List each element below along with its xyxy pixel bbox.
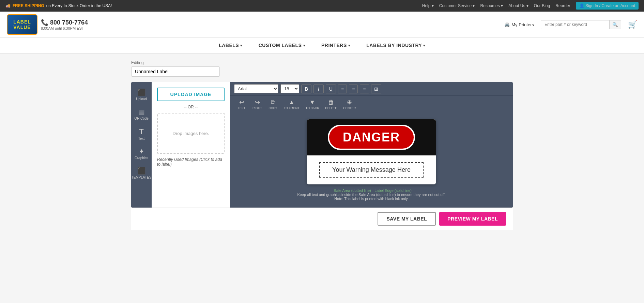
sidebar-text-label: Text (138, 137, 144, 140)
nav-labels[interactable]: LABELS ▾ (211, 38, 250, 53)
editing-label: Editing (131, 60, 513, 65)
main-nav: LABELS ▾ CUSTOM LABELS ▾ PRINTERS ▾ LABE… (0, 38, 644, 54)
align-left-button[interactable]: ≡ (338, 85, 347, 93)
qrcode-icon: ▦ (138, 108, 145, 116)
copy-label: COPY (269, 106, 277, 110)
logo-area: LABELVALUE 📞 800 750-7764 8:00AM until 6… (7, 14, 88, 35)
canvas-notes: --Safe Area (dotted line) --Label Edge (… (297, 188, 445, 201)
sidebar-item-upload[interactable]: ⬛ Upload (131, 86, 152, 104)
upload-image-button[interactable]: UPLOAD IMAGE (157, 88, 225, 101)
font-size-select[interactable]: 18 12 14 16 24 36 (280, 84, 299, 93)
search-input[interactable] (541, 20, 609, 29)
upload-icon: ⬛ (137, 88, 146, 96)
rotate-left-icon: ↩ (239, 99, 244, 106)
align-center-button[interactable]: ≡ (349, 85, 358, 93)
about-us-nav[interactable]: About Us ▾ (508, 3, 528, 8)
label-top-section: DANGER (307, 119, 436, 155)
copy-action[interactable]: ⧉ COPY (265, 97, 280, 111)
rotate-right-label: RIGHT (252, 106, 262, 110)
left-sidebar: ⬛ Upload ▦ QR Code T Text ✦ Graphics ⬛ T… (131, 82, 152, 208)
to-back-label: TO BACK (306, 106, 319, 110)
to-back-icon: ▼ (309, 99, 316, 106)
phone-number: 📞 800 750-7764 (41, 19, 88, 26)
top-bar-right: Help ▾ Customer Service ▾ Resources ▾ Ab… (422, 2, 639, 10)
text-icon: T (139, 127, 143, 136)
rotate-right-action[interactable]: ↪ RIGHT (250, 97, 265, 111)
signin-button[interactable]: 👤 Sign In / Create an Account (576, 2, 639, 10)
header: LABELVALUE 📞 800 750-7764 8:00AM until 6… (0, 12, 644, 38)
canvas-wrapper: DANGER Your Warning Message Here --Safe … (230, 112, 513, 208)
logo-text: LABELVALUE (13, 19, 31, 30)
customer-service-nav[interactable]: Customer Service ▾ (439, 3, 475, 8)
center-label: CENTER (343, 106, 356, 110)
rotate-left-action[interactable]: ↩ LEFT (234, 97, 249, 111)
underline-button[interactable]: U (326, 85, 336, 93)
bold-button[interactable]: B (301, 85, 311, 93)
nav-custom-labels[interactable]: CUSTOM LABELS ▾ (250, 38, 313, 53)
sidebar-qrcode-label: QR Code (134, 117, 149, 120)
truck-icon: 🚚 (5, 3, 11, 8)
logo[interactable]: LABELVALUE (7, 14, 37, 35)
sidebar-upload-label: Upload (136, 97, 147, 101)
editor-container: ⬛ Upload ▦ QR Code T Text ✦ Graphics ⬛ T… (131, 82, 513, 208)
rotate-left-label: LEFT (238, 106, 245, 110)
sidebar-item-templates[interactable]: ⬛ TEMPLATES (131, 164, 152, 182)
header-right: 🖨️ My Printers 🔍 🛒 (504, 20, 637, 29)
safe-area-note: --Safe Area (dotted line) --Label Edge (… (297, 188, 445, 193)
rotate-right-icon: ↪ (255, 99, 260, 106)
preview-my-label-button[interactable]: PREVIEW MY LABEL (439, 212, 506, 226)
save-my-label-button[interactable]: SAVE MY LABEL (378, 212, 436, 226)
center-icon: ⊕ (347, 99, 352, 106)
align-right-button[interactable]: ≡ (360, 85, 369, 93)
bottom-actions: SAVE MY LABEL PREVIEW MY LABEL (131, 208, 513, 230)
grid-button[interactable]: ⊞ (371, 85, 381, 93)
delete-icon: 🗑 (328, 99, 334, 106)
templates-icon: ⬛ (137, 167, 146, 175)
or-divider: -- OR -- (157, 105, 225, 109)
my-printers-button[interactable]: 🖨️ My Printers (504, 22, 534, 27)
search-button[interactable]: 🔍 (609, 20, 621, 29)
label-bottom-section: Your Warning Message Here (307, 155, 436, 184)
format-toolbar: Arial Times New Roman Helvetica 18 12 14… (230, 82, 513, 95)
sidebar-item-text[interactable]: T Text (131, 124, 152, 143)
help-nav[interactable]: Help ▾ (422, 3, 434, 8)
delete-action[interactable]: 🗑 DELETE (322, 97, 340, 111)
italic-button[interactable]: I (313, 85, 324, 93)
phone-area: 📞 800 750-7764 8:00AM until 6:30PM EST (41, 19, 88, 30)
sidebar-item-graphics[interactable]: ✦ Graphics (131, 145, 152, 163)
our-blog-nav[interactable]: Our Blog (534, 3, 550, 8)
phone-hours: 8:00AM until 6:30PM EST (41, 26, 88, 30)
danger-badge: DANGER (328, 125, 415, 150)
sidebar-templates-label: TEMPLATES (132, 176, 152, 179)
nav-labels-by-industry[interactable]: LABELS BY INDUSTRY ▾ (358, 38, 433, 53)
to-front-action[interactable]: ▲ TO FRONT (281, 97, 302, 111)
to-front-icon: ▲ (289, 99, 295, 106)
shipping-rest-text: on Every In-Stock Order in the USA! (46, 3, 112, 8)
reorder-nav[interactable]: Reorder (555, 3, 570, 8)
recently-used-label: Recently Used Images (Click to add to la… (157, 157, 225, 167)
label-name-input[interactable] (131, 66, 220, 77)
nav-printers[interactable]: PRINTERS ▾ (313, 38, 358, 53)
to-back-action[interactable]: ▼ TO BACK (303, 97, 322, 111)
note-line-1: Keep all text and graphics inside the Sa… (297, 193, 445, 197)
action-toolbar: ↩ LEFT ↪ RIGHT ⧉ COPY ▲ TO FRONT ▼ TO (230, 95, 513, 112)
note-line-2: Note: This label is printed with black i… (297, 197, 445, 201)
page-content: Editing ⬛ Upload ▦ QR Code T Text ✦ Grap… (118, 54, 526, 237)
delete-label: DELETE (325, 106, 337, 110)
label-canvas[interactable]: DANGER Your Warning Message Here (307, 119, 436, 184)
sidebar-graphics-label: Graphics (135, 156, 148, 160)
cart-icon[interactable]: 🛒 (628, 20, 637, 29)
free-shipping-text: FREE SHIPPING (13, 3, 44, 8)
resources-nav[interactable]: Resources ▾ (480, 3, 503, 8)
font-select[interactable]: Arial Times New Roman Helvetica (234, 84, 278, 93)
to-front-label: TO FRONT (284, 106, 300, 110)
warning-message-text: Your Warning Message Here (332, 166, 411, 173)
warning-text-box[interactable]: Your Warning Message Here (319, 162, 424, 178)
sidebar-item-qrcode[interactable]: ▦ QR Code (131, 105, 152, 123)
drop-zone[interactable]: Drop images here. (157, 113, 225, 154)
center-action[interactable]: ⊕ CENTER (340, 97, 358, 111)
graphics-icon: ✦ (139, 147, 144, 155)
upload-panel: UPLOAD IMAGE -- OR -- Drop images here. … (152, 82, 230, 208)
canvas-area: Arial Times New Roman Helvetica 18 12 14… (230, 82, 513, 208)
search-box: 🔍 (541, 20, 621, 29)
